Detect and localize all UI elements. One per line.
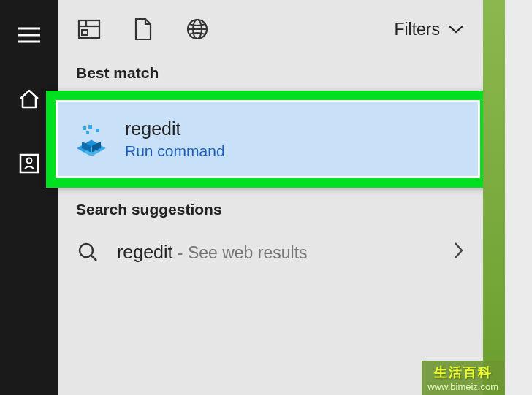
hamburger-icon bbox=[18, 26, 40, 44]
watermark-title: 生活百科 bbox=[434, 364, 493, 381]
menu-button[interactable] bbox=[15, 20, 44, 50]
suggestion-text: regedit - See web results bbox=[117, 242, 436, 263]
document-icon bbox=[134, 18, 153, 41]
best-match-title: regedit bbox=[125, 118, 225, 139]
chevron-down-icon bbox=[447, 24, 465, 34]
watermark-url: www.bimeiz.com bbox=[428, 381, 498, 392]
sidebar bbox=[0, 0, 58, 395]
right-edge-bg bbox=[504, 0, 532, 395]
svg-line-23 bbox=[91, 256, 96, 261]
user-icon bbox=[18, 153, 40, 175]
user-button[interactable] bbox=[15, 149, 44, 178]
search-suggestions-header: Search suggestions bbox=[58, 188, 482, 227]
watermark: 生活百科 www.bimeiz.com bbox=[422, 361, 504, 395]
svg-rect-18 bbox=[83, 126, 86, 130]
best-match-header: Best match bbox=[58, 58, 482, 91]
filters-dropdown[interactable]: Filters bbox=[394, 20, 465, 39]
svg-rect-20 bbox=[96, 129, 99, 132]
annotation-inner: regedit Run command bbox=[56, 100, 480, 178]
svg-rect-19 bbox=[88, 125, 92, 129]
svg-point-22 bbox=[80, 244, 93, 257]
newspaper-filter[interactable] bbox=[76, 16, 102, 42]
globe-icon bbox=[186, 18, 209, 41]
topbar: Filters bbox=[58, 0, 482, 58]
search-icon bbox=[76, 240, 99, 264]
best-match-subtitle: Run command bbox=[125, 142, 225, 160]
newspaper-icon bbox=[77, 19, 101, 39]
chevron-right-icon bbox=[453, 241, 465, 263]
main-area: Filters Best match regedit Run command S… bbox=[58, 0, 482, 395]
web-filter[interactable] bbox=[184, 16, 210, 42]
best-match-texts: regedit Run command bbox=[125, 118, 225, 160]
suggestion-query: regedit bbox=[117, 242, 172, 262]
svg-point-4 bbox=[27, 158, 32, 164]
best-match-result[interactable]: regedit Run command bbox=[58, 102, 478, 176]
home-button[interactable] bbox=[15, 85, 44, 114]
svg-rect-8 bbox=[82, 30, 88, 35]
annotation-highlight: regedit Run command bbox=[46, 91, 490, 188]
web-suggestion-item[interactable]: regedit - See web results bbox=[58, 227, 482, 277]
green-strip bbox=[483, 0, 505, 395]
document-filter[interactable] bbox=[130, 16, 156, 42]
filters-label: Filters bbox=[394, 20, 440, 39]
svg-rect-21 bbox=[86, 131, 89, 134]
search-panel: Filters Best match regedit Run command S… bbox=[0, 0, 482, 395]
suggestion-rest: - See web results bbox=[172, 243, 307, 262]
regedit-icon bbox=[75, 123, 107, 156]
home-icon bbox=[18, 88, 41, 111]
